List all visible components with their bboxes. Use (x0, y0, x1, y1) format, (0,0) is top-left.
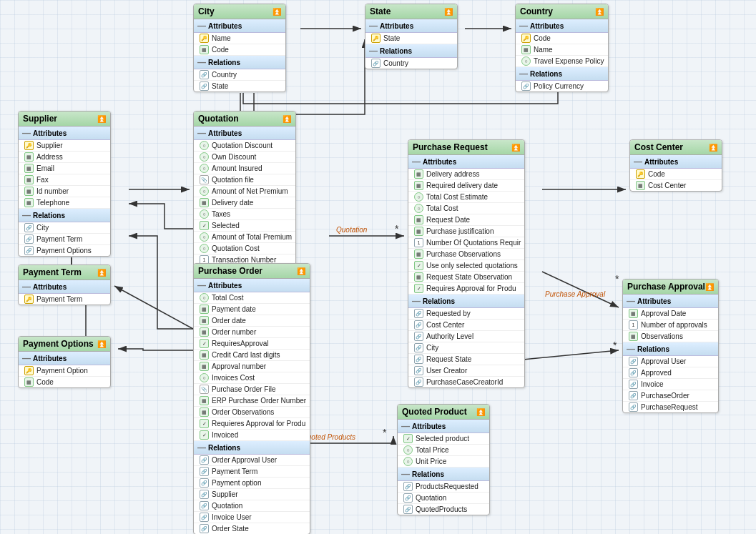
er-row: 🔗State (194, 81, 285, 92)
attr-icon: ▦ (200, 45, 209, 54)
er-row-label: Cost Center (426, 321, 464, 329)
er-title-cost_center: Cost Center⏫ (630, 140, 722, 155)
er-row-label: Requires Approval for Produ (426, 285, 516, 292)
er-row: ▦Telephone (19, 197, 110, 209)
er-row: ○Quotation Cost (194, 243, 295, 254)
er-row: ✓Requires Approval for Produ (408, 283, 524, 295)
collapse-btn-supplier[interactable]: ⏫ (97, 115, 106, 123)
er-row: 1Number Of Quotations Requir (408, 237, 524, 249)
collapse-btn-purchase_request[interactable]: ⏫ (511, 144, 520, 152)
collapse-btn-purchase_approval[interactable]: ⏫ (705, 283, 714, 291)
fk-icon: 🔗 (414, 377, 423, 387)
er-row: ▦Cost Center (630, 180, 722, 191)
er-row: ▦Observations (623, 331, 718, 342)
section-header-text: Attributes (644, 158, 678, 166)
er-row-label: ERP Purchase Order Number (212, 397, 306, 405)
er-row-label: Credit Card last digits (212, 351, 280, 359)
er-box-city: City⏫—Attributes🔑Name▦Code—Relations🔗Cou… (193, 4, 286, 92)
fk-icon: 🔗 (403, 505, 413, 514)
er-row-label: Country (383, 59, 408, 67)
er-row-label: Use only selected quotations (426, 262, 518, 270)
collapse-btn-city[interactable]: ⏫ (273, 8, 281, 16)
po-popt-arrow (118, 349, 193, 350)
er-row-label: PurchaseRequest (641, 403, 698, 411)
fk-icon: 🔗 (24, 246, 34, 255)
section-header-attributes: —Attributes (194, 279, 310, 292)
er-row: 🔗Supplier (194, 489, 310, 500)
er-row-label: RequiresApproval (212, 340, 269, 347)
er-row: ▦Purchase Observations (408, 249, 524, 260)
er-title-purchase_request: Purchase Request⏫ (408, 140, 524, 155)
er-row: ▦Address (19, 152, 110, 163)
er-row: 🔗Authority Level (408, 331, 524, 342)
er-row-label: Approval number (212, 362, 266, 370)
collapse-btn-country[interactable]: ⏫ (595, 8, 604, 16)
er-row: ○Taxes (194, 209, 295, 220)
attr-icon: ▦ (24, 152, 34, 162)
attr-icon: ▦ (414, 227, 423, 236)
er-row-label: Quotation Cost (212, 244, 260, 252)
attr-icon: ▦ (414, 169, 423, 179)
er-title-supplier: Supplier⏫ (19, 112, 110, 127)
collapse-btn-purchase_order[interactable]: ⏫ (297, 267, 305, 275)
key-icon: 🔑 (636, 169, 645, 179)
er-row: ✓RequiresApproval (194, 338, 310, 350)
attr-icon: ▦ (200, 350, 209, 360)
er-row-label: Request State (426, 355, 471, 363)
er-row-label: Code (534, 34, 551, 42)
fk-icon: 🔗 (200, 524, 209, 533)
er-title-text-city: City (198, 6, 215, 16)
er-row-label: Payment date (212, 305, 256, 313)
fk-icon: 🔗 (200, 513, 209, 522)
attr-icon: ▦ (24, 377, 34, 387)
section-header-text: Attributes (637, 297, 671, 305)
er-row: ○Total Cost (408, 203, 524, 214)
collapse-btn-quotation[interactable]: ⏫ (283, 115, 291, 123)
circle-icon: ○ (414, 192, 423, 202)
er-title-text-payment_term: Payment Term (23, 267, 82, 277)
collapse-btn-payment_options[interactable]: ⏫ (97, 340, 106, 348)
er-row-label: Payment Options (36, 247, 92, 254)
er-row-label: Supplier (212, 490, 238, 498)
collapse-btn-payment_term[interactable]: ⏫ (97, 269, 106, 277)
fk-icon: 🔗 (414, 332, 423, 341)
section-header-text: Relations (208, 59, 240, 66)
er-row-label: Code (648, 170, 665, 178)
circle-icon: ○ (200, 232, 209, 242)
attr-icon: ▦ (521, 45, 531, 54)
collapse-btn-state[interactable]: ⏫ (444, 8, 453, 16)
er-row-label: Purchase Observations (426, 250, 501, 258)
er-row-label: Purchase justification (426, 227, 494, 235)
er-row: 🔑Name (194, 33, 285, 44)
er-row: 🔗Country (194, 69, 285, 81)
er-row: ▦Purchase justification (408, 226, 524, 237)
er-row-label: State (383, 34, 400, 42)
section-header-relations: —Relations (398, 468, 489, 481)
er-title-state: State⏫ (365, 4, 457, 19)
circle-icon: ○ (200, 164, 209, 173)
attr-icon: ▦ (200, 198, 209, 207)
attr-icon: ▦ (24, 198, 34, 207)
section-header-text: Relations (412, 470, 444, 478)
er-row: 🔗PurchaseOrder (623, 390, 718, 402)
er-row: 🔗Payment Term (194, 466, 310, 478)
er-row: ▦Delivery address (408, 169, 524, 180)
collapse-btn-cost_center[interactable]: ⏫ (709, 144, 717, 152)
er-title-city: City⏫ (194, 4, 285, 19)
er-row: 🔗Cost Center (408, 320, 524, 331)
er-row-label: Payment option (212, 479, 262, 487)
er-row-label: Payment Term (36, 295, 82, 303)
qp-star: * (383, 427, 387, 438)
er-row: ▦Payment date (194, 304, 310, 315)
er-title-text-purchase_order: Purchase Order (198, 266, 262, 276)
section-header-text: Attributes (423, 158, 456, 166)
er-row-label: Total Cost (426, 204, 458, 212)
er-row-label: Approval Date (641, 310, 686, 317)
pr-pa-arrow (542, 272, 619, 307)
po-supplier-arrow (129, 236, 193, 329)
section-header-text: Attributes (33, 283, 67, 291)
er-row: 🔑Supplier (19, 140, 110, 152)
er-title-payment_options: Payment Options⏫ (19, 337, 110, 352)
er-row-label: Payment Term (36, 235, 82, 243)
collapse-btn-quoted_product[interactable]: ⏫ (476, 408, 485, 416)
